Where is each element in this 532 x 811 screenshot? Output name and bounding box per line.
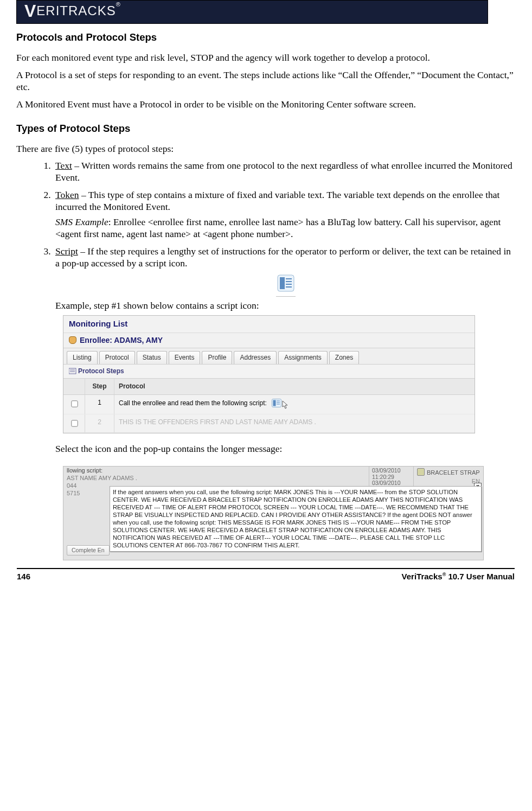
person-icon (69, 336, 76, 344)
script-icon (277, 274, 294, 292)
list-item: Script – If the step requires a lengthy … (53, 246, 516, 561)
footer-title: VeriTracks® 10.7 User Manual (402, 572, 515, 581)
script-popup: If the agent answers when you call, use … (110, 486, 482, 552)
step-type-label: Text (55, 160, 72, 171)
app-header: VERITRACKS® (16, 0, 488, 24)
cursor-icon (280, 400, 289, 410)
list-item: Text – Written words remains the same fr… (53, 160, 516, 184)
sms-example: SMS Example: Enrollee <enrollee first na… (55, 216, 516, 240)
script-icon-figure (55, 274, 516, 297)
list-item: Token – This type of step contains a mix… (53, 189, 516, 240)
tab-zones[interactable]: Zones (329, 351, 359, 364)
step-type-text: – If the step requires a lengthy set of … (55, 246, 511, 269)
tab-protocol[interactable]: Protocol (99, 351, 135, 364)
paragraph: A Protocol is a set of steps for respond… (16, 69, 516, 93)
paragraph: Select the icon and the pop-up contains … (55, 443, 516, 455)
tab-assignments[interactable]: Assignments (278, 351, 328, 364)
step-type-label: Script (55, 246, 78, 257)
step-type-text: – Written words remains the same from on… (55, 160, 512, 183)
enrollee-header: Enrollee: ADAMS, AMY (63, 333, 475, 349)
row-checkbox[interactable] (71, 420, 78, 427)
footer-divider (17, 568, 515, 569)
steps-icon (69, 368, 76, 374)
col-step: Step (85, 379, 114, 394)
section-title-types: Types of Protocol Steps (16, 123, 516, 135)
section-title-protocols: Protocols and Protocol Steps (16, 31, 516, 43)
tab-status[interactable]: Status (137, 351, 167, 364)
paragraph: There are five (5) types of protocol ste… (16, 143, 516, 155)
step-number: 1 (85, 395, 114, 414)
panel-title: Monitoring List (63, 316, 475, 333)
tab-events[interactable]: Events (169, 351, 201, 364)
svg-rect-1 (280, 277, 285, 289)
table-row: 2 THIS IS THE OFFENDERS FIRST AND LAST N… (63, 414, 475, 433)
svg-rect-6 (69, 368, 76, 374)
complete-button[interactable]: Complete En (67, 545, 110, 555)
col-protocol: Protocol (114, 379, 475, 394)
logo: VERITRACKS® (24, 1, 121, 21)
tab-addresses[interactable]: Addresses (234, 351, 277, 364)
paragraph: For each monitored event type and risk l… (16, 52, 516, 64)
step-type-text: – This type of step contains a mixture o… (55, 189, 499, 212)
tab-listing[interactable]: Listing (67, 351, 98, 364)
protocol-steps-subheader: Protocol Steps (63, 365, 475, 379)
step-number: 2 (85, 414, 114, 432)
button-row: Complete En (63, 543, 113, 558)
tab-profile[interactable]: Profile (202, 351, 232, 364)
table-row: 1 Call the enrollee and read them the fo… (63, 395, 475, 414)
script-popup-screenshot: llowing script: AST NAME AMY ADAMS . 044… (63, 466, 484, 560)
body-text: There are five (5) types of protocol ste… (16, 143, 516, 155)
step-type-label: Token (55, 189, 79, 200)
protocol-text: THIS IS THE OFFENDERS FIRST AND LAST NAM… (114, 414, 475, 432)
body-text: For each monitored event type and risk l… (16, 52, 516, 111)
monitoring-list-screenshot: Monitoring List Enrollee: ADAMS, AMY Lis… (63, 315, 475, 433)
svg-rect-10 (273, 400, 276, 406)
protocol-text: Call the enrollee and read them the foll… (114, 395, 475, 414)
page-footer: 146 VeriTracks® 10.7 User Manual (17, 572, 515, 581)
paragraph: A Monitored Event must have a Protocol i… (16, 99, 516, 111)
table-header: Step Protocol (63, 379, 475, 395)
event-icon (417, 468, 425, 476)
row-checkbox[interactable] (71, 401, 78, 407)
page-number: 146 (17, 572, 30, 581)
tab-bar: Listing Protocol Status Events Profile A… (63, 348, 475, 365)
paragraph: Example, step #1 shown below contains a … (55, 300, 516, 312)
protocol-step-types-list: Text – Written words remains the same fr… (16, 160, 516, 560)
